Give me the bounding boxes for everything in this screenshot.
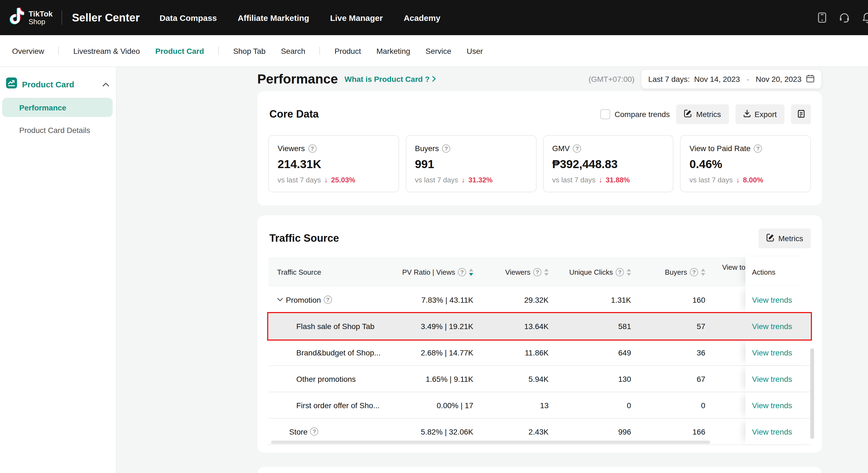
tiktok-note-icon [8, 7, 24, 28]
compare-trends-checkbox[interactable] [600, 109, 610, 119]
view-trends-link[interactable]: View trends [752, 322, 792, 331]
subnav-product-card[interactable]: Product Card [155, 46, 204, 55]
help-icon[interactable]: ? [573, 144, 581, 153]
nav-data-compass[interactable]: Data Compass [159, 13, 217, 22]
date-range-picker[interactable]: Last 7 days: Nov 14, 2023 - Nov 20, 2023 [641, 69, 822, 89]
subnav-product[interactable]: Product [335, 46, 361, 55]
pv-ratio-views: 7.83% | 43.11K [392, 295, 473, 304]
headset-support-icon[interactable] [839, 12, 850, 23]
vs-period-label: vs last 7 days [278, 176, 321, 184]
viewers-value: 13.64K [473, 322, 549, 331]
subnav-divider [320, 47, 320, 55]
subnav-search[interactable]: Search [281, 46, 305, 55]
buyers-value: 57 [631, 322, 705, 331]
help-icon[interactable]: ? [308, 144, 316, 153]
change-percent: 8.00% [743, 176, 763, 184]
unique-clicks-value: 130 [549, 374, 631, 383]
metric-value: 991 [415, 158, 527, 171]
col-label: PV Ratio | Views [402, 268, 455, 276]
sidebar-section-product-card[interactable]: Product Card [0, 77, 116, 91]
view-trends-link[interactable]: View trends [752, 427, 792, 436]
what-is-product-card-link[interactable]: What is Product Card ? [344, 75, 436, 83]
help-icon[interactable]: ? [458, 268, 466, 276]
sidebar-item-performance[interactable]: Performance [2, 98, 113, 117]
compare-trends-control[interactable]: Compare trends [600, 109, 670, 119]
table-row-other-promotions: Other promotions 1.65% | 9.11K 5.94K 130… [268, 366, 811, 392]
col-label: Traffic Source [277, 268, 321, 276]
notification-bell-icon[interactable] [862, 12, 868, 23]
pv-ratio-views: 2.68% | 14.77K [392, 348, 473, 357]
tiktok-shop-logo[interactable]: TikTok Shop [8, 7, 53, 28]
chevron-right-icon [432, 75, 436, 83]
help-icon[interactable]: ? [754, 144, 762, 153]
change-percent: 31.32% [468, 176, 493, 184]
pv-ratio-views: 3.49% | 19.21K [392, 322, 473, 331]
help-icon[interactable]: ? [324, 296, 332, 304]
subnav-divider [59, 47, 59, 55]
metric-label: Viewers [278, 144, 305, 153]
view-trends-link[interactable]: View trends [752, 374, 792, 383]
viewers-value: 2.43K [473, 427, 549, 436]
traffic-metrics-button[interactable]: Metrics [758, 229, 811, 248]
metrics-button-label: Metrics [778, 234, 803, 243]
help-icon[interactable]: ? [690, 268, 698, 276]
subnav-marketing[interactable]: Marketing [376, 46, 410, 55]
view-trends-link[interactable]: View trends [752, 348, 792, 357]
col-pv-ratio-views-sort[interactable]: PV Ratio | Views ? [392, 268, 473, 276]
subnav-service[interactable]: Service [426, 46, 451, 55]
subnav-divider [218, 47, 219, 55]
subnav-overview[interactable]: Overview [12, 46, 44, 55]
compare-trends-label: Compare trends [615, 110, 670, 119]
col-buyers-sort[interactable]: Buyers ? [631, 268, 705, 276]
decrease-arrow-icon: ↓ [736, 176, 740, 184]
core-data-card: Core Data Compare trends [257, 91, 822, 205]
viewers-value: 11.86K [473, 348, 549, 357]
traffic-source-title: Traffic Source [269, 232, 339, 244]
nav-academy[interactable]: Academy [404, 13, 440, 22]
nav-live-manager[interactable]: Live Manager [330, 13, 383, 22]
export-button[interactable]: Export [735, 104, 784, 124]
view-trends-link[interactable]: View trends [752, 295, 792, 304]
topbar-divider [62, 10, 62, 25]
col-viewers-sort[interactable]: Viewers ? [473, 268, 549, 276]
help-link-label: What is Product Card ? [344, 75, 430, 83]
view-to-value [705, 287, 745, 293]
collapse-chevron-down-icon[interactable] [277, 298, 283, 302]
app-body: Product Card Performance Product Card De… [0, 67, 868, 473]
subnav-user[interactable]: User [467, 46, 483, 55]
table-row-promotion: Promotion ? 7.83% | 43.11K 29.32K 1.31K … [268, 287, 811, 313]
sort-carets-icon [544, 268, 549, 275]
help-icon[interactable]: ? [616, 268, 624, 276]
metric-tile-view-to-paid-rate: View to Paid Rate ? 0.46% vs last 7 days… [680, 135, 811, 192]
col-unique-clicks-sort[interactable]: Unique Clicks ? [549, 268, 631, 276]
view-trends-link[interactable]: View trends [752, 401, 792, 410]
download-icon [743, 109, 751, 119]
core-data-title: Core Data [269, 108, 319, 120]
col-label: Unique Clicks [569, 268, 613, 276]
help-icon[interactable]: ? [533, 268, 541, 276]
nav-affiliate-marketing[interactable]: Affiliate Marketing [238, 13, 309, 22]
vs-period-label: vs last 7 days [552, 176, 596, 184]
table-row-flash-sale-highlighted: Flash sale of Shop Tab 3.49% | 19.21K 13… [268, 313, 811, 339]
view-to-value [705, 313, 745, 319]
table-header-row: Traffic Source PV Ratio | Views ? Viewer… [268, 257, 811, 287]
table-row-first-order-offer: First order offer of Sho... 0.00% | 17 1… [268, 392, 811, 418]
metric-label: View to Paid Rate [690, 144, 751, 153]
row-name: First order offer of Sho... [296, 401, 379, 410]
metrics-button[interactable]: Metrics [676, 104, 728, 124]
subnav-shop-tab[interactable]: Shop Tab [233, 46, 266, 55]
unique-clicks-value: 1.31K [549, 295, 631, 304]
help-icon[interactable]: ? [310, 428, 318, 436]
unique-clicks-value: 996 [549, 427, 631, 436]
report-clipboard-button[interactable] [791, 104, 811, 124]
subnav-livestream-video[interactable]: Livestream & Video [73, 46, 140, 55]
topbar-nav: Data Compass Affiliate Marketing Live Ma… [159, 13, 817, 22]
sidebar-item-product-card-details[interactable]: Product Card Details [2, 120, 113, 139]
help-icon[interactable]: ? [442, 144, 451, 153]
viewers-value: 13 [473, 401, 549, 410]
traffic-source-card: Traffic Source Metrics [257, 215, 822, 453]
change-percent: 25.03% [331, 176, 355, 184]
horizontal-scrollbar-thumb[interactable] [271, 441, 710, 444]
vertical-scrollbar-thumb[interactable] [810, 348, 814, 439]
mobile-app-icon[interactable] [817, 12, 827, 23]
